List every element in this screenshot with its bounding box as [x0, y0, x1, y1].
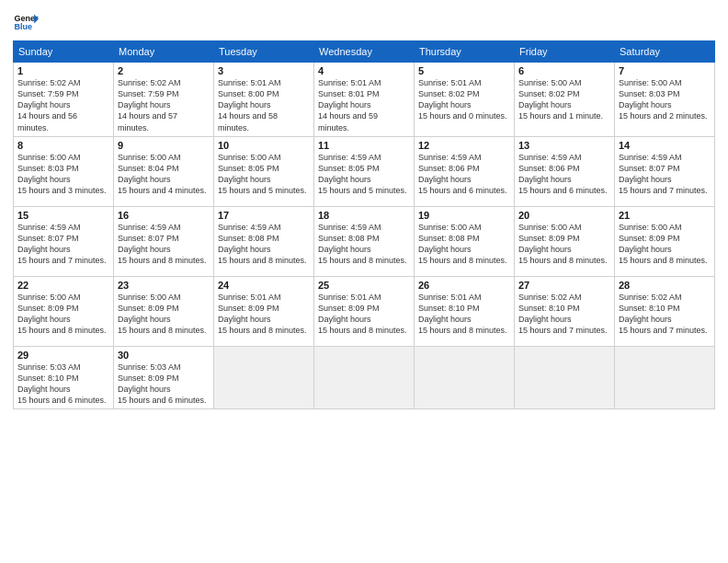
- calendar-cell: 13Sunrise: 4:59 AMSunset: 8:06 PMDayligh…: [515, 136, 615, 206]
- calendar-cell: 17Sunrise: 4:59 AMSunset: 8:08 PMDayligh…: [214, 206, 314, 276]
- calendar-cell: 14Sunrise: 4:59 AMSunset: 8:07 PMDayligh…: [615, 136, 715, 206]
- calendar-cell: 30Sunrise: 5:03 AMSunset: 8:09 PMDayligh…: [114, 346, 214, 409]
- calendar-row: 29Sunrise: 5:03 AMSunset: 8:10 PMDayligh…: [14, 346, 715, 409]
- weekday-header-thursday: Thursday: [415, 41, 515, 63]
- calendar-cell: [314, 346, 415, 409]
- calendar-row: 22Sunrise: 5:00 AMSunset: 8:09 PMDayligh…: [14, 276, 715, 346]
- calendar: SundayMondayTuesdayWednesdayThursdayFrid…: [13, 40, 715, 409]
- calendar-cell: 1Sunrise: 5:02 AMSunset: 7:59 PMDaylight…: [14, 63, 114, 137]
- svg-text:Blue: Blue: [14, 22, 32, 31]
- calendar-cell: 3Sunrise: 5:01 AMSunset: 8:00 PMDaylight…: [214, 63, 314, 137]
- calendar-cell: 2Sunrise: 5:02 AMSunset: 7:59 PMDaylight…: [114, 63, 214, 137]
- calendar-cell: 8Sunrise: 5:00 AMSunset: 8:03 PMDaylight…: [14, 136, 114, 206]
- weekday-header-friday: Friday: [515, 41, 615, 63]
- weekday-header-monday: Monday: [114, 41, 214, 63]
- logo: General Blue: [13, 9, 39, 35]
- weekday-header-row: SundayMondayTuesdayWednesdayThursdayFrid…: [14, 41, 715, 63]
- calendar-cell: 4Sunrise: 5:01 AMSunset: 8:01 PMDaylight…: [314, 63, 415, 137]
- calendar-cell: 28Sunrise: 5:02 AMSunset: 8:10 PMDayligh…: [615, 276, 715, 346]
- calendar-cell: 12Sunrise: 4:59 AMSunset: 8:06 PMDayligh…: [415, 136, 515, 206]
- calendar-cell: 15Sunrise: 4:59 AMSunset: 8:07 PMDayligh…: [14, 206, 114, 276]
- calendar-cell: 19Sunrise: 5:00 AMSunset: 8:08 PMDayligh…: [415, 206, 515, 276]
- calendar-cell: 5Sunrise: 5:01 AMSunset: 8:02 PMDaylight…: [415, 63, 515, 137]
- calendar-cell: 22Sunrise: 5:00 AMSunset: 8:09 PMDayligh…: [14, 276, 114, 346]
- calendar-row: 8Sunrise: 5:00 AMSunset: 8:03 PMDaylight…: [14, 136, 715, 206]
- calendar-cell: 25Sunrise: 5:01 AMSunset: 8:09 PMDayligh…: [314, 276, 415, 346]
- calendar-cell: 23Sunrise: 5:00 AMSunset: 8:09 PMDayligh…: [114, 276, 214, 346]
- calendar-cell: 20Sunrise: 5:00 AMSunset: 8:09 PMDayligh…: [515, 206, 615, 276]
- weekday-header-saturday: Saturday: [615, 41, 715, 63]
- calendar-cell: 21Sunrise: 5:00 AMSunset: 8:09 PMDayligh…: [615, 206, 715, 276]
- weekday-header-sunday: Sunday: [14, 41, 114, 63]
- logo-icon: General Blue: [13, 9, 39, 35]
- calendar-cell: 6Sunrise: 5:00 AMSunset: 8:02 PMDaylight…: [515, 63, 615, 137]
- calendar-cell: 26Sunrise: 5:01 AMSunset: 8:10 PMDayligh…: [415, 276, 515, 346]
- header: General Blue: [13, 9, 715, 35]
- weekday-header-wednesday: Wednesday: [314, 41, 415, 63]
- calendar-cell: 27Sunrise: 5:02 AMSunset: 8:10 PMDayligh…: [515, 276, 615, 346]
- calendar-cell: 16Sunrise: 4:59 AMSunset: 8:07 PMDayligh…: [114, 206, 214, 276]
- calendar-cell: 10Sunrise: 5:00 AMSunset: 8:05 PMDayligh…: [214, 136, 314, 206]
- calendar-row: 15Sunrise: 4:59 AMSunset: 8:07 PMDayligh…: [14, 206, 715, 276]
- page: General Blue SundayMondayTuesdayWednesda…: [0, 0, 728, 563]
- calendar-cell: 18Sunrise: 4:59 AMSunset: 8:08 PMDayligh…: [314, 206, 415, 276]
- calendar-cell: [515, 346, 615, 409]
- calendar-cell: 7Sunrise: 5:00 AMSunset: 8:03 PMDaylight…: [615, 63, 715, 137]
- calendar-cell: 29Sunrise: 5:03 AMSunset: 8:10 PMDayligh…: [14, 346, 114, 409]
- calendar-cell: 9Sunrise: 5:00 AMSunset: 8:04 PMDaylight…: [114, 136, 214, 206]
- calendar-cell: 24Sunrise: 5:01 AMSunset: 8:09 PMDayligh…: [214, 276, 314, 346]
- calendar-cell: 11Sunrise: 4:59 AMSunset: 8:05 PMDayligh…: [314, 136, 415, 206]
- calendar-row: 1Sunrise: 5:02 AMSunset: 7:59 PMDaylight…: [14, 63, 715, 137]
- calendar-cell: [214, 346, 314, 409]
- calendar-cell: [615, 346, 715, 409]
- calendar-cell: [415, 346, 515, 409]
- weekday-header-tuesday: Tuesday: [214, 41, 314, 63]
